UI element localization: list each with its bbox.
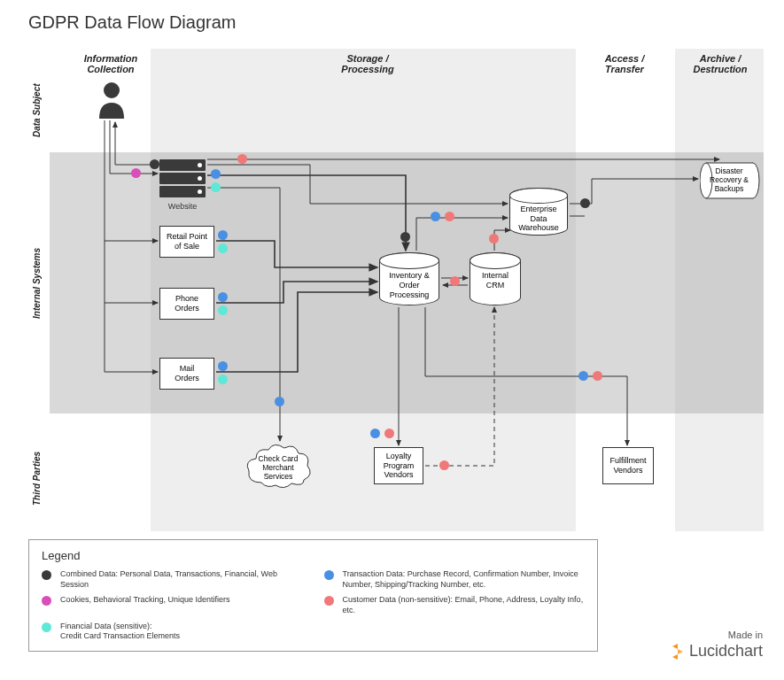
- legend-item-customer: Customer Data (non-sensitive): Email, Ph…: [324, 595, 586, 615]
- node-loyalty: Loyalty Program Vendors: [374, 447, 423, 484]
- dot-combined: [400, 232, 410, 242]
- dot-transaction: [218, 230, 228, 240]
- stage-label-collection: Information Collection: [71, 53, 151, 74]
- lucidchart-icon: [670, 644, 686, 660]
- node-disaster-label: Disaster Recovery & Backups: [709, 167, 749, 193]
- brand-name-text: Lucidchart: [689, 642, 763, 661]
- dot-customer: [489, 234, 499, 243]
- node-edw: Enterprise Data Warehouse: [509, 188, 568, 236]
- financial-dot-icon: [42, 622, 51, 632]
- node-phone: Phone Orders: [159, 288, 214, 320]
- combined-dot-icon: [42, 570, 51, 580]
- dot-customer: [439, 460, 449, 470]
- legend-title: Legend: [42, 549, 585, 562]
- legend-transaction-text: Transaction Data: Purchase Record, Confi…: [343, 569, 586, 590]
- node-inventory-label: Inventory & Order Processing: [379, 271, 439, 299]
- legend-item-transaction: Transaction Data: Purchase Record, Confi…: [324, 569, 586, 590]
- cookies-dot-icon: [42, 596, 51, 606]
- diagram-title: GDPR Data Flow Diagram: [28, 12, 237, 33]
- node-fulfillment: Fulfillment Vendors: [602, 447, 654, 484]
- svg-point-0: [104, 82, 120, 98]
- person-icon: [96, 81, 128, 122]
- dot-financial: [211, 182, 221, 192]
- node-phone-label: Phone Orders: [175, 294, 199, 313]
- dot-combined: [150, 159, 159, 169]
- server-icon: [159, 159, 206, 199]
- stage-label-access: Access / Transfer: [589, 53, 660, 74]
- dot-customer: [450, 276, 460, 286]
- customer-dot-icon: [324, 596, 334, 606]
- brand: Made in Lucidchart: [670, 630, 763, 661]
- dot-combined: [580, 198, 590, 208]
- stage-label-storage: Storage / Processing: [310, 53, 425, 74]
- dot-transaction: [218, 292, 228, 302]
- legend-item-cookies: Cookies, Behavioral Tracking, Unique Ide…: [42, 595, 303, 615]
- dot-transaction: [431, 212, 440, 221]
- node-edw-label: Enterprise Data Warehouse: [509, 205, 568, 233]
- legend-item-combined: Combined Data: Personal Data, Transactio…: [42, 569, 303, 590]
- dot-customer: [593, 371, 602, 381]
- node-crm-label: Internal CRM: [470, 271, 521, 290]
- node-inventory: Inventory & Order Processing: [379, 252, 439, 305]
- legend-customer-text: Customer Data (non-sensitive): Email, Ph…: [343, 595, 586, 615]
- node-fulfillment-label: Fulfillment Vendors: [609, 456, 646, 475]
- node-mail: Mail Orders: [159, 358, 214, 390]
- node-mail-label: Mail Orders: [175, 364, 199, 383]
- lane-label-internal: Internal Systems: [32, 239, 42, 328]
- lane-label-subject: Data Subject: [32, 80, 42, 142]
- node-crm: Internal CRM: [470, 252, 521, 305]
- lane-label-third: Third Parties: [32, 443, 42, 514]
- legend-item-financial: Financial Data (sensitive): Credit Card …: [42, 622, 303, 642]
- dot-transaction: [218, 361, 228, 371]
- node-website-label: Website: [159, 202, 206, 211]
- node-retail-label: Retail Point of Sale: [167, 232, 207, 251]
- dot-customer: [445, 212, 454, 221]
- dot-financial: [218, 305, 228, 315]
- dot-transaction: [211, 169, 221, 179]
- node-retail: Retail Point of Sale: [159, 226, 214, 258]
- node-loyalty-label: Loyalty Program Vendors: [384, 452, 415, 480]
- legend-financial-text: Financial Data (sensitive): Credit Card …: [60, 622, 180, 642]
- legend-combined-text: Combined Data: Personal Data, Transactio…: [60, 569, 303, 590]
- dot-transaction: [370, 429, 380, 438]
- brand-made-text: Made in: [670, 630, 763, 640]
- node-checkcard: Check Card Merchant Services: [244, 443, 313, 489]
- legend-cookies-text: Cookies, Behavioral Tracking, Unique Ide…: [60, 595, 230, 606]
- transaction-dot-icon: [324, 570, 334, 580]
- dot-cookies: [131, 168, 141, 178]
- legend: Legend Combined Data: Personal Data, Tra…: [28, 539, 598, 652]
- dot-customer: [237, 154, 247, 164]
- dot-financial: [218, 243, 228, 253]
- brand-logo: Lucidchart: [670, 642, 763, 661]
- dot-financial: [218, 375, 228, 384]
- stage-label-archive: Archive / Destruction: [680, 53, 760, 74]
- node-checkcard-label: Check Card Merchant Services: [249, 455, 307, 481]
- dot-customer: [384, 429, 394, 438]
- dot-transaction: [578, 371, 588, 381]
- dot-transaction: [275, 397, 284, 406]
- node-disaster: Disaster Recovery & Backups: [700, 162, 760, 199]
